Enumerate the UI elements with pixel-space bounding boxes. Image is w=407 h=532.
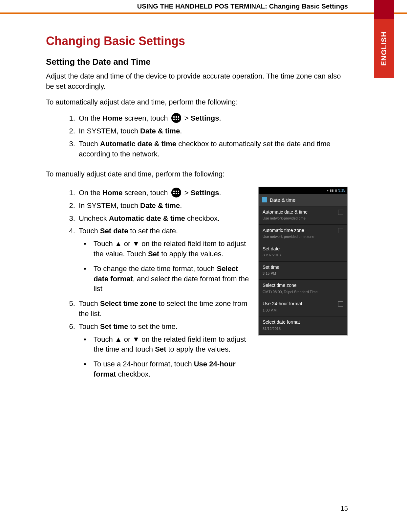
text: Touch (79, 299, 100, 308)
down-arrow-icon: ▼ (132, 240, 139, 248)
text: . (219, 114, 221, 122)
manual-steps-column: On the Home screen, touch > Settings. In… (46, 185, 251, 384)
phone-row-title: Use 24-hour format (263, 301, 302, 307)
manual-step-4: Touch Set date to set the date. Touch ▲ … (77, 226, 251, 294)
text: to set the date. (128, 227, 178, 235)
page-title: Changing Basic Settings (46, 33, 348, 49)
text: Touch (79, 322, 100, 331)
phone-row-sub: 30/07/2013 (263, 253, 343, 258)
text: . (219, 189, 221, 197)
text: checkbox. (116, 370, 150, 378)
bold-select-time-zone: Select time zone (100, 299, 157, 308)
phone-setting-row: Set time3:15 PM (259, 262, 347, 280)
step6-sublist: Touch ▲ or ▼ on the related field item t… (79, 335, 251, 380)
wifi-icon: ▾ (327, 188, 329, 193)
text: In SYSTEM, touch (79, 127, 140, 135)
bold-datetime: Date & time (140, 127, 180, 135)
apps-grid-icon (171, 113, 181, 123)
manual-intro: To manually adjust date and time, perfor… (46, 169, 348, 179)
bold-auto-dt: Automatic date & time (109, 214, 185, 222)
text: On the (79, 114, 102, 122)
up-arrow-icon: ▲ (115, 335, 122, 343)
text: to set the time. (128, 322, 177, 331)
intro-paragraph: Adjust the date and time of the device t… (46, 71, 348, 92)
phone-row-title: Select time zone (263, 282, 343, 289)
text: screen, touch (122, 189, 170, 197)
bold-settings: Settings (191, 189, 219, 197)
up-arrow-icon: ▲ (115, 240, 122, 248)
text: . (180, 127, 182, 135)
text: > (182, 114, 191, 122)
phone-header-label: Date & time (270, 197, 295, 203)
phone-row-sub: GMT+08:00, Taipei Standard Time (263, 289, 343, 294)
bold-auto-dt: Automatic date & time (100, 140, 176, 148)
bold-home: Home (102, 189, 122, 197)
status-time: 3:15 (338, 188, 345, 193)
bold-set: Set (148, 250, 159, 258)
text: to apply the values. (159, 250, 224, 258)
phone-setting-row: Automatic time zoneUse network-provided … (259, 225, 347, 243)
text: Touch (79, 140, 100, 148)
bold-home: Home (102, 114, 122, 122)
signal-icon: ▮▮ (330, 188, 334, 193)
auto-steps-list: On the Home screen, touch > Settings. In… (56, 113, 348, 159)
step4-sub-2: To change the date time format, touch Se… (92, 264, 251, 294)
language-tab: ENGLISH (374, 19, 394, 78)
phone-row-title: Set date (263, 246, 343, 252)
manual-steps-list: On the Home screen, touch > Settings. In… (56, 188, 251, 380)
auto-step-2: In SYSTEM, touch Date & time. (77, 126, 348, 136)
settings-section-icon (262, 197, 267, 202)
auto-step-3: Touch Automatic date & time checkbox to … (77, 139, 348, 159)
text: To change the date time format, touch (94, 265, 217, 273)
text: In SYSTEM, touch (79, 201, 140, 210)
auto-step-1: On the Home screen, touch > Settings. (77, 113, 348, 124)
text: Touch (79, 227, 100, 235)
text: Touch (94, 240, 115, 248)
phone-row-sub: 1:00 P.M. (263, 308, 302, 313)
checkbox-icon (338, 210, 343, 215)
bold-set-date: Set date (100, 227, 128, 235)
phone-row-sub: Use network-provided time zone (263, 234, 314, 239)
manual-step-5: Touch Select time zone to select the tim… (77, 299, 251, 319)
apps-grid-icon (171, 188, 181, 197)
step6-sub-1: Touch ▲ or ▼ on the related field item t… (92, 335, 251, 355)
phone-setting-row: Select time zoneGMT+08:00, Taipei Standa… (259, 280, 347, 298)
bold-set: Set (155, 345, 166, 353)
text: On the (79, 189, 102, 197)
text: to apply the values. (166, 345, 230, 353)
page-number: 15 (341, 505, 348, 512)
text: Touch (94, 335, 115, 343)
bold-set-time: Set time (100, 322, 128, 331)
text: or (122, 335, 133, 343)
battery-icon: ▮ (335, 188, 337, 193)
phone-row-title: Automatic time zone (263, 227, 314, 234)
down-arrow-icon: ▼ (132, 335, 139, 343)
step4-sub-1: Touch ▲ or ▼ on the related field item t… (92, 239, 251, 259)
manual-step-3: Uncheck Automatic date & time checkbox. (77, 214, 251, 224)
phone-setting-row: Use 24-hour format1:00 P.M. (259, 298, 347, 316)
section-heading: Setting the Date and Time (46, 56, 348, 68)
manual-layout-row: On the Home screen, touch > Settings. In… (46, 185, 348, 384)
document-page: USING THE HANDHELD POS TERMINAL: Changin… (0, 0, 407, 532)
phone-setting-row: Automatic date & timeUse network-provide… (259, 206, 347, 225)
bold-settings: Settings (191, 114, 219, 122)
header-divider (0, 12, 407, 14)
bold-datetime: Date & time (140, 201, 180, 210)
text: checkbox. (185, 214, 220, 222)
phone-row-sub: Use network-provided time (263, 216, 308, 221)
language-tab-label: ENGLISH (380, 32, 388, 66)
text: > (182, 189, 191, 197)
text: . (180, 201, 182, 210)
header-breadcrumb: USING THE HANDHELD POS TERMINAL: Changin… (137, 3, 348, 10)
page-header: USING THE HANDHELD POS TERMINAL: Changin… (0, 0, 407, 13)
phone-row-title: Automatic date & time (263, 209, 308, 216)
phone-row-title: Select date format (263, 319, 343, 326)
step6-sub-2: To use a 24-hour format, touch Use 24-ho… (92, 359, 251, 380)
text: Uncheck (79, 214, 109, 222)
text: or (122, 240, 133, 248)
auto-steps-block: On the Home screen, touch > Settings. In… (46, 113, 348, 159)
manual-step-6: Touch Set time to set the time. Touch ▲ … (77, 322, 251, 380)
manual-step-2: In SYSTEM, touch Date & time. (77, 201, 251, 211)
corner-accent (374, 0, 394, 19)
manual-step-1: On the Home screen, touch > Settings. (77, 188, 251, 198)
